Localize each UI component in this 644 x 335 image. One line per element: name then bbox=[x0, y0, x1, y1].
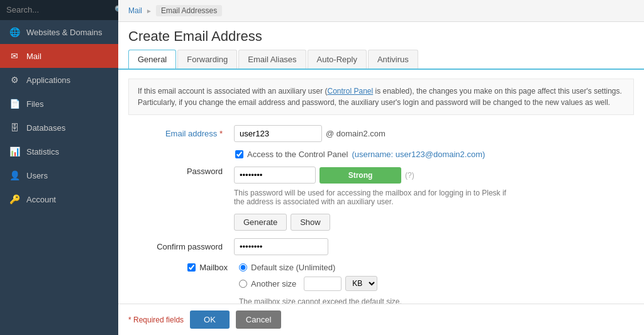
required-note: * Required fields bbox=[128, 316, 184, 324]
sidebar-item-websites-domains[interactable]: 🌐 Websites & Domains bbox=[0, 20, 118, 44]
password-inputs: Strong (?) This password will be used fo… bbox=[234, 167, 511, 231]
statistics-icon: 📊 bbox=[9, 146, 20, 157]
control-panel-checkbox[interactable] bbox=[235, 150, 243, 158]
mailbox-another-radio[interactable] bbox=[239, 280, 247, 288]
sidebar-item-users[interactable]: 👤 Users bbox=[0, 163, 118, 187]
mailbox-checkbox[interactable] bbox=[187, 263, 196, 272]
password-hint: This password will be used for accessing… bbox=[234, 189, 511, 206]
form-footer: * Required fields OK Cancel bbox=[118, 304, 644, 335]
mailbox-default-row: Default size (Unlimited) bbox=[239, 263, 402, 272]
tab-auto-reply[interactable]: Auto-Reply bbox=[308, 50, 367, 69]
mailbox-size-input[interactable] bbox=[304, 277, 341, 291]
email-label: Email address bbox=[128, 129, 229, 138]
sidebar-item-databases[interactable]: 🗄 Databases bbox=[0, 116, 118, 140]
email-address-row: Email address @ domain2.com bbox=[128, 125, 634, 142]
sidebar-item-applications[interactable]: ⚙ Applications bbox=[0, 68, 118, 92]
mailbox-another-label: Another size bbox=[251, 279, 296, 288]
info-box: If this email account is associated with… bbox=[128, 79, 634, 115]
form-area: If this email account is associated with… bbox=[118, 70, 644, 304]
breadcrumb-separator: ► bbox=[146, 8, 152, 14]
control-panel-detail: (username: user123@domain2.com) bbox=[352, 150, 485, 159]
breadcrumb-mail[interactable]: Mail bbox=[128, 6, 142, 15]
mailbox-label: Mailbox bbox=[199, 263, 228, 272]
sidebar-label-files: Files bbox=[26, 99, 43, 109]
password-strength-row: Strong (?) bbox=[234, 167, 511, 184]
confirm-password-input[interactable] bbox=[234, 238, 328, 255]
search-bar[interactable]: 🔍 bbox=[0, 0, 118, 20]
sidebar: 🔍 🌐 Websites & Domains ✉ Mail ⚙ Applicat… bbox=[0, 0, 118, 335]
mailbox-row: Mailbox Default size (Unlimited) Another… bbox=[128, 263, 634, 304]
users-icon: 👤 bbox=[9, 170, 20, 180]
mailbox-size-group: Default size (Unlimited) Another size KB… bbox=[239, 263, 402, 304]
ok-button[interactable]: OK bbox=[190, 310, 230, 329]
mailbox-default-label: Default size (Unlimited) bbox=[251, 263, 335, 272]
tab-general[interactable]: General bbox=[128, 50, 176, 70]
password-label: Password bbox=[128, 167, 229, 176]
mailbox-another-row: Another size KB bbox=[239, 276, 402, 291]
sidebar-label-users: Users bbox=[26, 171, 48, 180]
sidebar-label-mail: Mail bbox=[26, 52, 42, 61]
sidebar-label-account: Account bbox=[26, 195, 56, 204]
search-input[interactable] bbox=[6, 5, 112, 14]
tabs-bar: General Forwarding Email Aliases Auto-Re… bbox=[118, 50, 644, 70]
tab-email-aliases[interactable]: Email Aliases bbox=[238, 50, 306, 69]
email-input-group: @ domain2.com bbox=[234, 125, 386, 142]
control-panel-link[interactable]: Control Panel bbox=[327, 87, 373, 96]
breadcrumb-email-addresses: Email Addresses bbox=[156, 5, 222, 16]
confirm-password-row: Confirm password bbox=[128, 238, 634, 255]
sidebar-item-mail[interactable]: ✉ Mail bbox=[0, 44, 118, 68]
email-input[interactable] bbox=[234, 125, 322, 142]
sidebar-label-websites: Websites & Domains bbox=[26, 28, 102, 37]
mailbox-label-group: Mailbox bbox=[128, 263, 234, 272]
tab-antivirus[interactable]: Antivirus bbox=[368, 50, 418, 69]
mailbox-unit-select[interactable]: KB bbox=[345, 276, 377, 291]
breadcrumb: Mail ► Email Addresses bbox=[118, 0, 644, 22]
strength-bar: Strong bbox=[319, 167, 401, 184]
mail-icon: ✉ bbox=[9, 51, 20, 61]
strength-help-icon[interactable]: (?) bbox=[405, 171, 414, 180]
mailbox-size-hint: The mailbox size cannot exceed the defau… bbox=[239, 297, 402, 304]
websites-icon: 🌐 bbox=[9, 27, 20, 37]
applications-icon: ⚙ bbox=[9, 75, 20, 85]
sidebar-label-databases: Databases bbox=[26, 123, 65, 133]
password-input[interactable] bbox=[234, 167, 316, 184]
sidebar-label-applications: Applications bbox=[26, 75, 70, 85]
domain-text: @ domain2.com bbox=[326, 129, 386, 138]
mailbox-default-radio[interactable] bbox=[239, 263, 247, 272]
account-icon: 🔑 bbox=[9, 194, 20, 204]
tab-forwarding[interactable]: Forwarding bbox=[177, 50, 237, 69]
sidebar-label-statistics: Statistics bbox=[26, 147, 59, 157]
cancel-button[interactable]: Cancel bbox=[236, 310, 281, 329]
password-btn-row: Generate Show bbox=[234, 214, 511, 231]
page-title: Create Email Address bbox=[118, 22, 644, 50]
files-icon: 📄 bbox=[9, 99, 20, 109]
control-panel-row: Access to the Control Panel (username: u… bbox=[128, 150, 634, 159]
sidebar-item-account[interactable]: 🔑 Account bbox=[0, 187, 118, 211]
password-row: Password Strong (?) This password will b… bbox=[128, 167, 634, 231]
control-panel-label: Access to the Control Panel bbox=[247, 150, 348, 159]
show-button[interactable]: Show bbox=[291, 214, 330, 231]
databases-icon: 🗄 bbox=[9, 123, 20, 133]
sidebar-item-files[interactable]: 📄 Files bbox=[0, 92, 118, 116]
generate-button[interactable]: Generate bbox=[234, 214, 287, 231]
confirm-password-label: Confirm password bbox=[128, 242, 229, 251]
main-content: Mail ► Email Addresses Create Email Addr… bbox=[118, 0, 644, 335]
sidebar-item-statistics[interactable]: 📊 Statistics bbox=[0, 140, 118, 163]
